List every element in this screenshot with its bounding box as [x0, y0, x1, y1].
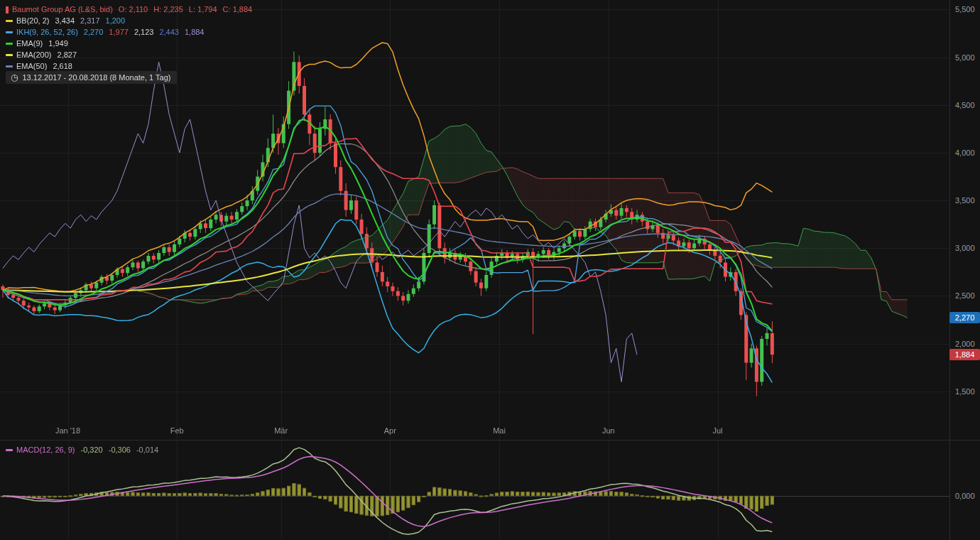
symbol-value-3: C: 1,884	[223, 4, 253, 15]
price-axis-tick: 2,500	[955, 291, 975, 301]
price-axis-tick: 2,000	[955, 340, 975, 349]
bb-swatch-icon	[6, 20, 13, 22]
macd-value-1: -0,306	[109, 445, 131, 455]
symbol-label: Baumot Group AG (L&S, bid)	[12, 4, 113, 15]
time-axis[interactable]: Jan '18FebMärAprMaiJunJul	[0, 426, 949, 438]
bb-value-2: 1,200	[106, 16, 126, 26]
macd-value-0: -0,320	[81, 445, 103, 455]
ikh-value-0: 2,270	[84, 27, 104, 38]
ema9-label: EMA(9)	[16, 38, 43, 49]
macd-legend[interactable]: MACD(12, 26, 9)-0,320-0,306-0,014	[6, 445, 164, 456]
macd-value-2: -0,014	[136, 445, 158, 455]
legend-row-symbol[interactable]: Baumot Group AG (L&S, bid)O: 2,110H: 2,2…	[6, 4, 258, 15]
ikh-swatch-icon	[6, 31, 13, 33]
macd-swatch-icon	[6, 449, 13, 451]
symbol-value-0: O: 2,110	[119, 4, 148, 15]
time-axis-label: Jun	[602, 426, 615, 435]
ema200-swatch-icon	[6, 54, 13, 56]
ikh-label: IKH(9, 26, 52, 26)	[16, 27, 78, 38]
price-axis-tick: 4,500	[955, 101, 975, 110]
legend-row-bb[interactable]: BB(20, 2)3,4342,3171,200	[6, 16, 258, 26]
time-axis-label: Apr	[384, 426, 396, 435]
legend-row-ema200[interactable]: EMA(200)2,827	[6, 50, 258, 60]
price-axis-tick: 4,000	[955, 148, 975, 158]
legend-row-ema50[interactable]: EMA(50)2,618	[6, 61, 258, 72]
ema50-label: EMA(50)	[16, 61, 47, 72]
panel-separator	[0, 440, 980, 441]
price-axis-tick: 5,500	[955, 5, 975, 14]
ema50-value-0: 2,618	[53, 61, 72, 72]
ema9-value-0: 1,949	[48, 38, 68, 49]
chart-legend: Baumot Group AG (L&S, bid)O: 2,110H: 2,2…	[6, 4, 258, 72]
legend-row-ikh[interactable]: IKH(9, 26, 52, 26)2,2701,9772,1232,4431,…	[6, 27, 258, 38]
bb-label: BB(20, 2)	[16, 16, 49, 26]
tenkan-price-badge: 2,270	[949, 312, 980, 323]
price-axis-tick: 3,000	[955, 244, 975, 253]
price-axis[interactable]: 5,5005,0004,5004,0003,5003,0002,5002,000…	[949, 0, 980, 440]
macd-axis[interactable]: 0,000	[949, 441, 980, 540]
time-axis-label: Jul	[712, 426, 722, 435]
ikh-value-3: 2,443	[159, 27, 179, 38]
bb-value-0: 3,434	[55, 16, 75, 26]
symbol-value-1: H: 2,235	[153, 4, 183, 15]
symbol-value-2: L: 1,794	[189, 4, 217, 15]
ema50-swatch-icon	[6, 65, 13, 68]
price-axis-tick: 3,500	[955, 196, 975, 205]
legend-row-ema9[interactable]: EMA(9)1,949	[6, 38, 258, 49]
macd-legend-row-macd[interactable]: MACD(12, 26, 9)-0,320-0,306-0,014	[6, 445, 164, 455]
ikh-value-4: 1,884	[185, 27, 205, 38]
price-axis-tick: 5,000	[955, 53, 975, 63]
ikh-value-1: 1,977	[109, 27, 129, 38]
symbol-swatch-icon	[6, 6, 9, 14]
macd-zero-tick: 0,000	[955, 492, 975, 501]
ema200-label: EMA(200)	[16, 50, 52, 60]
ema9-swatch-icon	[6, 43, 13, 45]
ema200-value-0: 2,827	[58, 50, 77, 60]
macd-label: MACD(12, 26, 9)	[16, 445, 75, 455]
date-range-text: 13.12.2017 - 20.08.2018 (8 Monate, 1 Tag…	[22, 73, 170, 82]
last-price-badge: 1,884	[949, 349, 980, 360]
ikh-value-2: 2,123	[134, 27, 154, 38]
time-axis-label: Mär	[274, 426, 288, 435]
clock-icon: ◷	[11, 74, 18, 82]
time-axis-label: Jan '18	[55, 426, 80, 435]
time-axis-label: Feb	[170, 426, 184, 435]
chart-window: Baumot Group AG (L&S, bid)O: 2,110H: 2,2…	[0, 0, 980, 540]
price-axis-tick: 1,500	[955, 387, 975, 396]
time-axis-label: Mai	[493, 426, 506, 435]
bb-value-1: 2,317	[80, 16, 100, 26]
date-range-pill: ◷ 13.12.2017 - 20.08.2018 (8 Monate, 1 T…	[6, 71, 177, 84]
